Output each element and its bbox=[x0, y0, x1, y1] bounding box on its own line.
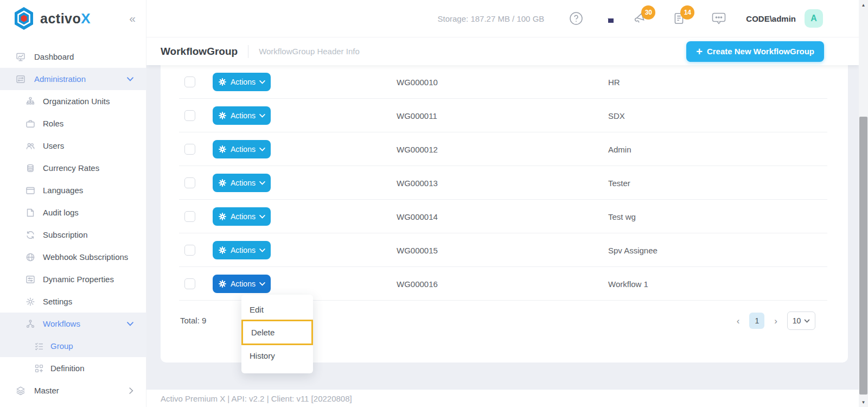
row-checkbox[interactable] bbox=[184, 278, 195, 289]
row-checkbox[interactable] bbox=[184, 110, 195, 121]
sidebar-item-label: Definition bbox=[50, 364, 85, 373]
storage-indicator: Storage: 187.27 MB / 100 GB bbox=[438, 14, 545, 23]
sidebar-item-label: Organization Units bbox=[43, 97, 110, 106]
gear-icon bbox=[218, 111, 227, 120]
sidebar-item-webhook-subscriptions[interactable]: Webhook Subscriptions bbox=[0, 246, 146, 268]
announcements-icon[interactable]: 30 bbox=[633, 11, 647, 26]
sidebar-item-roles[interactable]: Roles bbox=[0, 112, 146, 135]
row-checkbox[interactable] bbox=[184, 245, 195, 256]
sidebar-item-subscription[interactable]: Subscription bbox=[0, 224, 146, 246]
feedback-chat-icon[interactable] bbox=[711, 11, 726, 26]
master-icon bbox=[15, 385, 26, 396]
total-count: Total: 9 bbox=[180, 316, 206, 325]
table-body: ActionsWG000010HRActionsWG000011SDXActio… bbox=[161, 65, 848, 301]
scrollbar-thumb[interactable] bbox=[859, 117, 867, 395]
scroll-down-icon[interactable]: ▼ bbox=[859, 398, 868, 406]
table-row: ActionsWG000011SDX bbox=[161, 99, 848, 132]
actions-button[interactable]: Actions bbox=[213, 207, 271, 226]
sidebar-item-workflows[interactable]: Workflows bbox=[0, 313, 146, 335]
menu-item-edit[interactable]: Edit bbox=[241, 299, 313, 320]
actions-button[interactable]: Actions bbox=[213, 106, 271, 125]
vertical-scrollbar[interactable]: ▲ ▼ bbox=[859, 0, 868, 407]
sidebar-item-currency-rates[interactable]: Currency Rates bbox=[0, 157, 146, 179]
users-icon bbox=[25, 141, 36, 151]
sidebar-item-label: Currency Rates bbox=[43, 163, 99, 173]
table-row: ActionsWG000014Test wg bbox=[161, 200, 848, 233]
title-divider bbox=[248, 45, 248, 58]
gear-icon bbox=[218, 179, 227, 187]
help-icon[interactable] bbox=[569, 11, 583, 26]
sidebar-item-group[interactable]: Group bbox=[0, 335, 146, 357]
actions-button[interactable]: Actions bbox=[213, 241, 271, 259]
page-number[interactable]: 1 bbox=[749, 313, 764, 329]
plus-icon: + bbox=[696, 46, 703, 57]
avatar[interactable]: A bbox=[805, 9, 823, 28]
currency-icon bbox=[25, 163, 36, 174]
actions-button[interactable]: Actions bbox=[213, 140, 271, 158]
sidebar-item-label: Administration bbox=[34, 74, 86, 84]
row-checkbox[interactable] bbox=[184, 177, 195, 188]
sidebar-item-languages[interactable]: Languages bbox=[0, 179, 146, 201]
org-units-icon bbox=[25, 96, 36, 107]
workflowgroup-code: WG000012 bbox=[397, 145, 608, 154]
sidebar-item-organization-units[interactable]: Organization Units bbox=[0, 90, 146, 112]
sidebar-item-settings[interactable]: Settings bbox=[0, 290, 146, 313]
chevron-down-icon bbox=[127, 77, 133, 81]
workflowgroup-code: WG000013 bbox=[397, 179, 608, 188]
sidebar-item-dashboard[interactable]: Dashboard bbox=[0, 46, 146, 68]
workflowgroup-code: WG000015 bbox=[397, 246, 608, 255]
sidebar-item-label: Group bbox=[50, 341, 73, 351]
subscription-icon bbox=[25, 230, 36, 240]
row-checkbox[interactable] bbox=[184, 77, 195, 87]
current-user[interactable]: CODE\admin bbox=[746, 14, 796, 23]
sidebar-item-label: Roles bbox=[43, 119, 63, 128]
sidebar-item-label: Webhook Subscriptions bbox=[43, 252, 128, 262]
page-title: WorkflowGroup bbox=[161, 46, 238, 58]
page-subtitle: WorkflowGroup Header Info bbox=[259, 47, 360, 56]
sidebar-item-label: Dynamic Properties bbox=[43, 275, 114, 284]
workflowgroup-name: HR bbox=[608, 78, 848, 87]
definition-icon bbox=[34, 363, 44, 374]
sidebar-item-label: Settings bbox=[43, 297, 72, 306]
sidebar-item-label: Dashboard bbox=[34, 52, 74, 61]
sidebar-item-label: Languages bbox=[43, 186, 83, 195]
topbar: Storage: 187.27 MB / 100 GB 30 14 CODE\a… bbox=[146, 0, 859, 37]
page-size-select[interactable]: 10 bbox=[787, 311, 815, 330]
actions-button[interactable]: Actions bbox=[213, 275, 271, 293]
workflowgroup-code: WG000016 bbox=[397, 279, 608, 289]
row-checkbox[interactable] bbox=[184, 211, 195, 222]
notes-icon[interactable]: 14 bbox=[672, 11, 686, 26]
notes-badge: 14 bbox=[680, 5, 694, 20]
scroll-up-icon[interactable]: ▲ bbox=[859, 1, 868, 9]
prev-page-icon[interactable]: ‹ bbox=[735, 314, 742, 328]
sidebar-item-administration[interactable]: Administration bbox=[0, 68, 146, 90]
sidebar-menu: DashboardAdministrationOrganization Unit… bbox=[0, 46, 146, 402]
menu-item-delete[interactable]: Delete bbox=[241, 320, 313, 345]
sidebar-collapse-icon[interactable]: « bbox=[129, 12, 134, 25]
row-checkbox[interactable] bbox=[184, 144, 195, 155]
audit-logs-icon bbox=[25, 207, 36, 218]
create-new-workflowgroup-button[interactable]: + Create New WorkflowGroup bbox=[686, 41, 824, 62]
actions-button[interactable]: Actions bbox=[213, 73, 271, 91]
pagination: ‹ 1 › 10 bbox=[735, 311, 815, 330]
menu-item-history[interactable]: History bbox=[241, 345, 313, 366]
table-row: ActionsWG000015Spv Assignee bbox=[161, 233, 848, 267]
actions-button[interactable]: Actions bbox=[213, 174, 271, 192]
chevron-down-icon bbox=[259, 148, 265, 151]
sidebar: activoX « DashboardAdministrationOrganiz… bbox=[0, 0, 146, 407]
next-page-icon[interactable]: › bbox=[772, 314, 780, 328]
workflowgroup-code: WG000014 bbox=[397, 212, 608, 221]
sidebar-item-users[interactable]: Users bbox=[0, 135, 146, 157]
table-row: ActionsWG000012Admin bbox=[161, 132, 848, 166]
workflows-icon bbox=[25, 319, 36, 329]
page-header: WorkflowGroup WorkflowGroup Header Info … bbox=[146, 37, 859, 65]
chevron-down-icon bbox=[127, 322, 133, 326]
sidebar-item-dynamic-properties[interactable]: Dynamic Properties bbox=[0, 268, 146, 290]
sidebar-item-master[interactable]: Master bbox=[0, 379, 146, 402]
brand-name: activoX bbox=[40, 10, 91, 27]
settings-icon bbox=[25, 296, 36, 307]
sidebar-item-definition[interactable]: Definition bbox=[0, 357, 146, 379]
sidebar-item-audit-logs[interactable]: Audit logs bbox=[0, 201, 146, 224]
chevron-down-icon bbox=[259, 181, 265, 185]
table-row: ActionsWG000013Tester bbox=[161, 166, 848, 200]
